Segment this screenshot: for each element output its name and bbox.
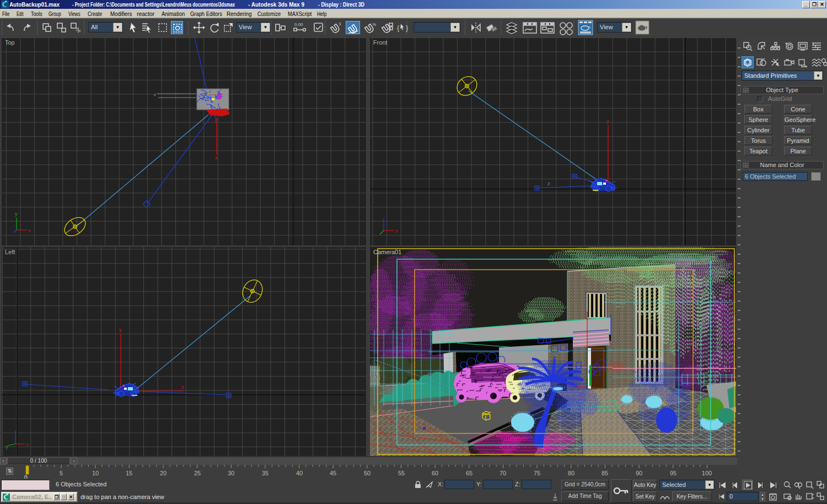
svg-text:75: 75 xyxy=(534,470,540,476)
svg-text:y: y xyxy=(6,444,8,449)
svg-text:x: x xyxy=(26,442,29,447)
svg-text:%: % xyxy=(372,22,376,27)
svg-text:y: y xyxy=(119,327,122,333)
svg-text:80: 80 xyxy=(568,470,574,476)
svg-text:40: 40 xyxy=(296,470,303,476)
svg-text:x: x xyxy=(578,385,581,390)
svg-text:x: x xyxy=(181,384,184,390)
svg-text:x: x xyxy=(28,228,31,233)
svg-text:90: 90 xyxy=(636,470,642,476)
svg-text:y: y xyxy=(15,211,18,217)
svg-text:100: 100 xyxy=(702,470,712,476)
svg-text:45: 45 xyxy=(330,470,336,476)
svg-text:10: 10 xyxy=(92,470,99,476)
svg-text:z: z xyxy=(547,181,550,186)
svg-text:25: 25 xyxy=(194,470,201,476)
svg-text:95: 95 xyxy=(670,470,676,476)
svg-text:30: 30 xyxy=(228,470,234,476)
svg-text:c: c xyxy=(154,92,156,97)
svg-text:85: 85 xyxy=(602,470,608,476)
svg-text:70: 70 xyxy=(500,470,506,476)
svg-text:x: x xyxy=(215,155,218,160)
svg-text:35: 35 xyxy=(262,470,268,476)
svg-text:15: 15 xyxy=(126,470,132,476)
svg-text:}: } xyxy=(406,24,409,32)
svg-text:0.00: 0.00 xyxy=(294,22,303,27)
svg-text:65: 65 xyxy=(466,470,472,476)
svg-text:55: 55 xyxy=(398,470,405,476)
svg-text:x: x xyxy=(395,228,398,234)
svg-text:60: 60 xyxy=(432,470,438,476)
svg-text:y: y xyxy=(606,119,609,124)
svg-text:20: 20 xyxy=(160,470,167,476)
svg-text:5: 5 xyxy=(60,470,63,476)
svg-text:50: 50 xyxy=(364,470,370,476)
svg-text:3: 3 xyxy=(339,22,341,26)
svg-text:{: { xyxy=(397,24,400,32)
